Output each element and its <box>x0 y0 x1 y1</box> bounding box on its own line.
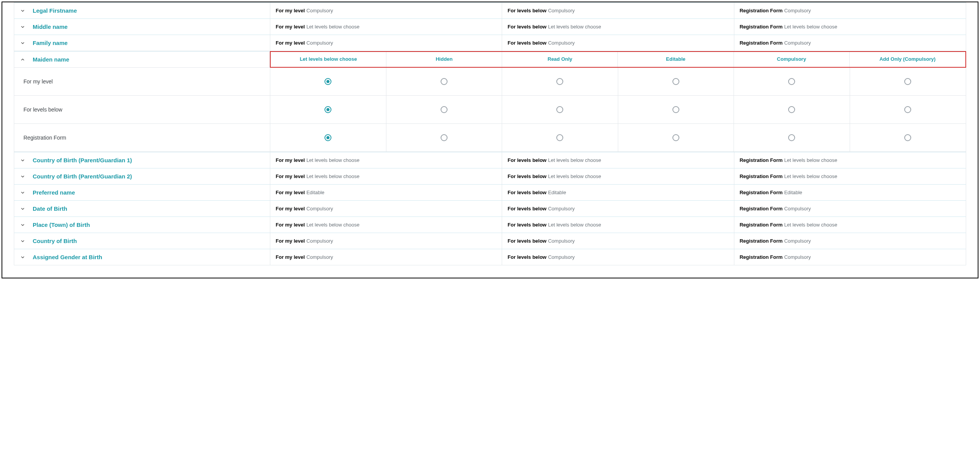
radio-button[interactable] <box>672 134 679 141</box>
expanded-row-name-cell[interactable]: Maiden name <box>14 51 270 68</box>
row-toggle[interactable]: Country of Birth <box>14 233 270 249</box>
row-toggle[interactable]: Assigned Gender at Birth <box>14 249 270 265</box>
summary-label: Registration Form <box>740 206 783 212</box>
summary-value: Compulsory <box>784 40 811 46</box>
row-toggle[interactable]: Date of Birth <box>14 201 270 217</box>
summary-value: Compulsory <box>548 8 574 13</box>
field-name: Maiden name <box>33 56 69 63</box>
summary-label: For levels below <box>507 206 546 212</box>
summary-value: Let levels below choose <box>784 222 837 228</box>
radio-button[interactable] <box>788 134 795 141</box>
summary-value: Compulsory <box>548 206 574 212</box>
summary-label: For my level <box>276 40 305 46</box>
radio-button[interactable] <box>788 78 795 85</box>
summary-cell: For levels below Let levels below choose <box>502 152 734 168</box>
summary-value: Let levels below choose <box>548 24 601 30</box>
radio-button[interactable] <box>904 134 911 141</box>
summary-cell: For levels below Editable <box>502 185 734 200</box>
field-name: Preferred name <box>33 189 75 196</box>
summary-cell: For my level Let levels below choose <box>270 217 502 233</box>
summary-value: Compulsory <box>306 8 333 13</box>
field-name: Middle name <box>33 23 68 30</box>
summary-label: Registration Form <box>740 157 783 163</box>
radio-cell <box>618 68 734 95</box>
radio-button[interactable] <box>556 134 563 141</box>
radio-button[interactable] <box>904 78 911 85</box>
row-toggle[interactable]: Legal Firstname <box>14 3 270 18</box>
radio-button[interactable] <box>672 78 679 85</box>
collapsed-row: Assigned Gender at BirthFor my level Com… <box>14 249 966 265</box>
row-toggle[interactable]: Country of Birth (Parent/Guardian 1) <box>14 152 270 168</box>
summary-cell: For levels below Compulsory <box>502 3 734 18</box>
summary-cell: For my level Compulsory <box>270 233 502 249</box>
radio-button[interactable] <box>672 106 679 113</box>
row-toggle[interactable]: Middle name <box>14 19 270 35</box>
row-toggle[interactable]: Family name <box>14 35 270 51</box>
chevron-up-icon <box>20 57 26 63</box>
radio-button[interactable] <box>556 106 563 113</box>
radio-cell <box>618 124 734 152</box>
radio-button[interactable] <box>324 134 331 141</box>
summary-cell: For levels below Compulsory <box>502 233 734 249</box>
summary-value: Compulsory <box>306 238 333 244</box>
summary-value: Let levels below choose <box>784 157 837 163</box>
summary-value: Let levels below choose <box>548 157 601 163</box>
summary-label: For levels below <box>507 8 546 13</box>
radio-cell <box>618 96 734 123</box>
summary-label: For levels below <box>507 238 546 244</box>
summary-cell: Registration Form Compulsory <box>734 3 966 18</box>
summary-value: Editable <box>548 190 566 195</box>
radio-cell <box>386 96 502 123</box>
summary-label: Registration Form <box>740 173 783 179</box>
summary-value: Let levels below choose <box>306 157 359 163</box>
radio-button[interactable] <box>441 106 448 113</box>
option-header: Editable <box>618 52 734 67</box>
radio-cell <box>270 96 386 123</box>
summary-label: For my level <box>276 254 305 260</box>
summary-cell: For levels below Compulsory <box>502 35 734 51</box>
field-name: Family name <box>33 40 68 46</box>
summary-label: For levels below <box>507 254 546 260</box>
summary-value: Compulsory <box>306 254 333 260</box>
summary-cell: Registration Form Compulsory <box>734 35 966 51</box>
summary-value: Let levels below choose <box>548 222 601 228</box>
option-header: Add Only (Compulsory) <box>850 52 965 67</box>
chevron-down-icon <box>20 157 26 163</box>
collapsed-row: Place (Town) of BirthFor my level Let le… <box>14 217 966 233</box>
radio-button[interactable] <box>556 78 563 85</box>
radio-button[interactable] <box>324 106 331 113</box>
summary-value: Compulsory <box>548 238 574 244</box>
chevron-down-icon <box>20 8 26 14</box>
summary-cell: For levels below Let levels below choose <box>502 217 734 233</box>
radio-grid <box>270 68 966 95</box>
radio-cell <box>734 124 850 152</box>
summary-label: For levels below <box>507 40 546 46</box>
option-header: Let levels below choose <box>271 52 386 67</box>
collapsed-row: Preferred nameFor my level EditableFor l… <box>14 184 966 201</box>
field-name: Country of Birth (Parent/Guardian 2) <box>33 173 132 180</box>
chevron-down-icon <box>20 173 26 180</box>
radio-button[interactable] <box>441 134 448 141</box>
summary-label: For levels below <box>507 157 546 163</box>
row-toggle[interactable]: Country of Birth (Parent/Guardian 2) <box>14 168 270 184</box>
row-toggle[interactable]: Place (Town) of Birth <box>14 217 270 233</box>
collapsed-row: Country of Birth (Parent/Guardian 2)For … <box>14 168 966 185</box>
chevron-down-icon <box>20 222 26 228</box>
radio-cell <box>850 96 966 123</box>
row-toggle[interactable]: Preferred name <box>14 185 270 200</box>
chevron-down-icon <box>20 24 26 30</box>
radio-row: Registration Form <box>14 123 966 152</box>
summary-value: Compulsory <box>548 40 574 46</box>
summary-cell: For my level Let levels below choose <box>270 152 502 168</box>
radio-button[interactable] <box>788 106 795 113</box>
collapsed-row: Family nameFor my level CompulsoryFor le… <box>14 35 966 51</box>
radio-button[interactable] <box>904 106 911 113</box>
summary-value: Compulsory <box>784 254 811 260</box>
radio-grid <box>270 96 966 123</box>
summary-value: Let levels below choose <box>306 24 359 30</box>
chevron-down-icon <box>20 254 26 260</box>
field-name: Assigned Gender at Birth <box>33 254 102 260</box>
summary-value: Let levels below choose <box>784 173 837 179</box>
radio-button[interactable] <box>441 78 448 85</box>
radio-button[interactable] <box>324 78 331 85</box>
